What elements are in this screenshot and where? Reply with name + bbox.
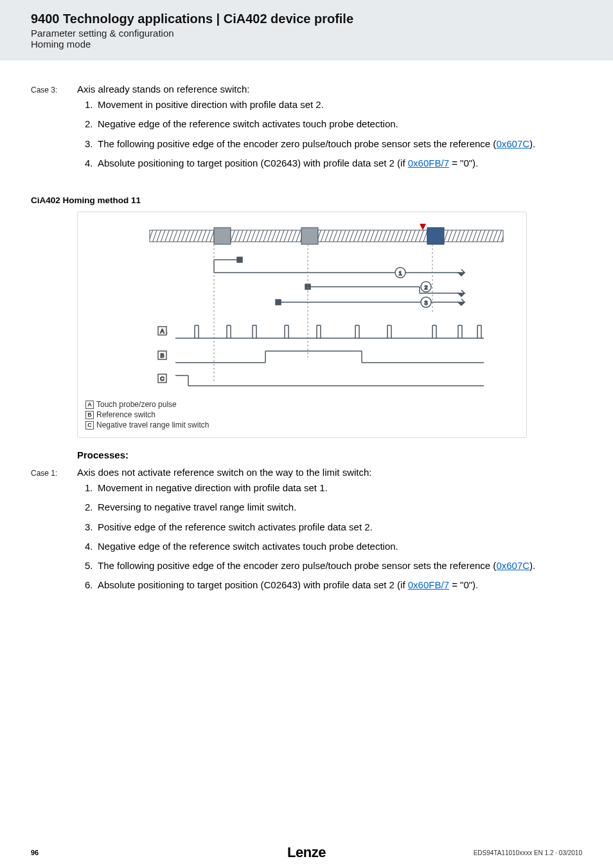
legend-box-a-icon: A xyxy=(85,401,94,409)
page-number: 96 xyxy=(31,849,39,856)
processes-heading: Processes: xyxy=(77,449,582,460)
svg-text:B: B xyxy=(160,352,164,359)
object-link[interactable]: 0x607C xyxy=(496,138,529,149)
svg-marker-20 xyxy=(458,290,465,296)
doc-subtitle-2: Homing mode xyxy=(31,39,613,50)
svg-text:3: 3 xyxy=(424,300,427,306)
list-item: Movement in positive direction with prof… xyxy=(85,98,582,111)
legend-c-text: Negative travel range limit switch xyxy=(96,420,209,429)
svg-text:C: C xyxy=(160,375,164,382)
legend-a-text: Touch probe/zero pulse xyxy=(96,400,177,409)
case-1-heading: Axis does not activate reference switch … xyxy=(77,467,582,478)
footer-logo: Lenze xyxy=(287,844,326,861)
list-item: Absolute positioning to target position … xyxy=(85,157,582,170)
list-item: Movement in negative direction with prof… xyxy=(85,482,582,494)
object-link[interactable]: 0x607C xyxy=(496,560,529,571)
svg-rect-2 xyxy=(150,230,214,242)
legend-row-c: C Negative travel range limit switch xyxy=(85,420,519,429)
legend-row-b: B Reference switch xyxy=(85,410,519,419)
case-3-block: Case 3: Axis already stands on reference… xyxy=(31,84,582,176)
page-content: Case 3: Axis already stands on reference… xyxy=(0,60,613,599)
object-link[interactable]: 0x60FB/7 xyxy=(408,158,449,168)
page-footer: 96 Lenze EDS94TA11010xxxx EN 1.2 · 03/20… xyxy=(0,849,613,856)
case-1-label: Case 1: xyxy=(31,467,77,599)
case-1-block: Case 1: Axis does not activate reference… xyxy=(31,467,582,599)
list-item: The following positive edge of the encod… xyxy=(85,559,582,572)
list-item: Negative edge of the reference switch ac… xyxy=(85,118,582,131)
case-3-label: Case 3: xyxy=(31,84,77,176)
legend-row-a: A Touch probe/zero pulse xyxy=(85,400,519,409)
svg-marker-9 xyxy=(420,224,426,230)
svg-rect-14 xyxy=(237,257,242,262)
homing-diagram: 1 2 3 xyxy=(77,212,527,438)
list-item: Positive edge of the reference switch ac… xyxy=(85,521,582,534)
case-3-heading: Axis already stands on reference switch: xyxy=(77,84,582,95)
case-3-list: Movement in positive direction with prof… xyxy=(85,98,582,170)
svg-rect-7 xyxy=(427,228,444,244)
footer-doc-code: EDS94TA11010xxxx EN 1.2 · 03/2010 xyxy=(474,849,582,856)
object-link[interactable]: 0x60FB/7 xyxy=(408,579,449,590)
svg-rect-25 xyxy=(276,300,281,305)
doc-title: 9400 Technology applications | CiA402 de… xyxy=(31,12,613,26)
svg-rect-8 xyxy=(444,230,503,242)
doc-subtitle-1: Parameter setting & configuration xyxy=(31,28,613,39)
homing-diagram-svg: 1 2 3 xyxy=(85,222,516,396)
list-item: Reversing to negative travel range limit… xyxy=(85,501,582,514)
svg-text:2: 2 xyxy=(424,284,427,291)
svg-marker-27 xyxy=(458,299,465,305)
list-item: Negative edge of the reference switch ac… xyxy=(85,540,582,553)
legend-box-b-icon: B xyxy=(85,411,94,419)
homing-method-title: CiA402 Homing method 11 xyxy=(31,195,582,205)
svg-rect-6 xyxy=(318,230,427,242)
svg-rect-5 xyxy=(301,228,318,244)
page-header: 9400 Technology applications | CiA402 de… xyxy=(0,0,613,60)
legend-b-text: Reference switch xyxy=(96,410,155,419)
list-item: The following positive edge of the encod… xyxy=(85,138,582,150)
svg-text:A: A xyxy=(160,328,164,334)
svg-marker-13 xyxy=(458,269,465,276)
svg-rect-3 xyxy=(214,228,231,244)
list-item: Absolute positioning to target position … xyxy=(85,579,582,592)
legend-box-c-icon: C xyxy=(85,421,94,429)
case-1-list: Movement in negative direction with prof… xyxy=(85,482,582,592)
svg-rect-4 xyxy=(231,230,301,242)
svg-text:1: 1 xyxy=(398,270,402,276)
